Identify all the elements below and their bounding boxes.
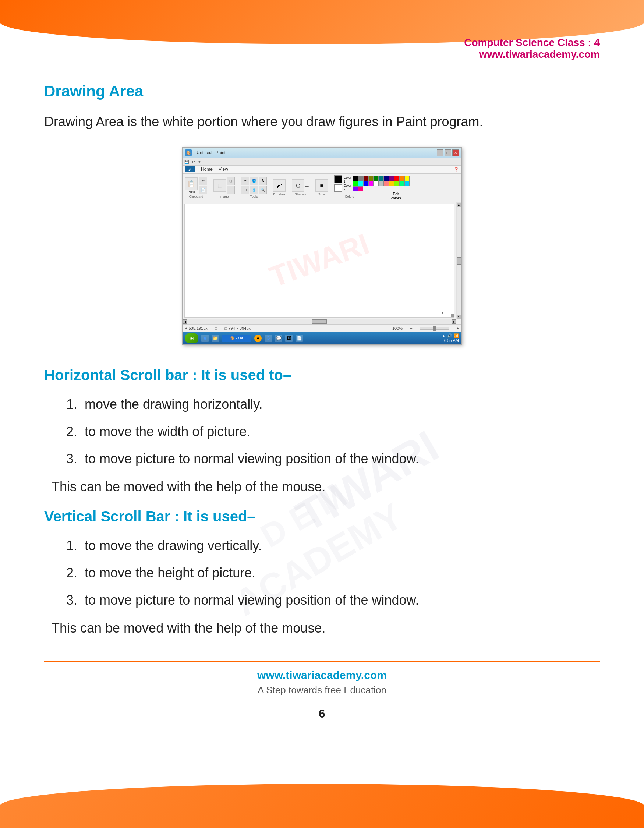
h-scroll-thumb[interactable] (312, 320, 327, 324)
color-yellow[interactable] (404, 176, 410, 181)
paste-group: 📋 Paste (185, 177, 197, 194)
taskbar-item1[interactable]: 🎨 Paint (222, 334, 251, 342)
zoom-minus-button[interactable]: − (410, 326, 412, 331)
color-navy[interactable] (384, 176, 389, 181)
file-menu-button[interactable]: 🖌 (185, 166, 195, 172)
copy-button[interactable]: 📄 (199, 186, 207, 194)
paint-toolbar: 📋 Paste ✂ 📄 Clipboard ⬚ ⊡ ↔ (183, 174, 461, 202)
cut-copy-group: ✂ 📄 (199, 177, 207, 194)
color-cyan[interactable] (358, 181, 363, 186)
brushes-button[interactable]: 🖌 (273, 179, 285, 192)
color-violet[interactable] (353, 186, 358, 191)
color-darkred[interactable] (363, 176, 368, 181)
picker-button[interactable]: 💧 (250, 186, 258, 194)
taskbar-g[interactable]: G (265, 334, 272, 342)
minimize-button[interactable]: ─ (437, 149, 443, 156)
close-button[interactable]: ✕ (452, 149, 459, 156)
zoom-plus-button[interactable]: + (457, 326, 459, 331)
color-white[interactable] (373, 181, 379, 186)
taskbar-messenger[interactable]: 💬 (275, 334, 282, 342)
header-info: Computer Science Class : 4 www.tiwariaca… (44, 30, 600, 60)
color-gold[interactable] (389, 181, 394, 186)
scroll-up-button[interactable]: ▲ (457, 203, 461, 207)
size-button[interactable]: ≡ (315, 179, 328, 192)
drawing-canvas[interactable]: TIWARI (184, 204, 454, 318)
color-red[interactable] (394, 176, 399, 181)
image-sub-buttons: ⊡ ↔ (227, 177, 235, 194)
scroll-thumb[interactable] (457, 257, 461, 265)
color-chartreuse[interactable] (394, 181, 399, 186)
color-gray[interactable] (358, 176, 363, 181)
clock-icon1: ▲ (442, 334, 446, 338)
color-purple[interactable] (389, 176, 394, 181)
h-scroll-track-right (327, 320, 451, 324)
color-lime[interactable] (353, 181, 358, 186)
taskbar-ie[interactable]: e (201, 334, 208, 342)
v-scroll-extra: This can be moved with the help of the m… (52, 618, 600, 639)
scroll-down-button[interactable]: ▼ (457, 315, 461, 319)
color-boxes (334, 175, 342, 192)
select-button[interactable]: ⬚ (213, 179, 226, 192)
paste-button[interactable]: 📋 (185, 177, 197, 190)
color-olive[interactable] (368, 176, 373, 181)
home-menu[interactable]: Home (201, 167, 213, 172)
taskbar-docs[interactable]: 📄 (296, 334, 303, 342)
taskbar-paint2[interactable]: 🖼 (285, 334, 293, 342)
horizontal-scroll-section: Horizontal Scroll bar : It is used to– 1… (44, 367, 600, 497)
paint-window-mockup: 🎨 = Untitled - Paint ─ □ ✕ 💾 ↩ ▼ 🖌 Home … (182, 147, 462, 345)
toolbar-shapes: ⬠ ≡ Shapes (292, 179, 312, 196)
paint-app-icon: 🎨 (185, 149, 192, 156)
shapes-button[interactable]: ⬠ (292, 179, 304, 192)
vertical-scroll-heading: Vertical Scroll Bar : It is used– (44, 508, 600, 525)
color-lightred[interactable] (384, 181, 389, 186)
scroll-right-button[interactable]: ▶ (451, 320, 456, 324)
pencil-button[interactable]: ✏ (241, 177, 249, 185)
resize-button[interactable]: ↔ (227, 186, 235, 194)
fill-button[interactable]: 🪣 (250, 177, 258, 185)
taskbar-folder[interactable]: 📁 (212, 334, 219, 342)
magnify-button[interactable]: 🔍 (259, 186, 267, 194)
zoom-slider[interactable] (420, 327, 449, 330)
color-darkgreen[interactable] (373, 176, 379, 181)
toolbar-brushes: 🖌 Brushes (273, 179, 289, 196)
vertical-scrollbar[interactable]: ▲ ▼ (456, 202, 461, 319)
color1-box[interactable] (334, 175, 342, 183)
zoom-thumb[interactable] (433, 326, 436, 331)
clipboard-label: Clipboard (189, 194, 204, 198)
canvas-watermark: TIWARI (265, 227, 374, 294)
help-button[interactable]: ❓ (454, 167, 459, 172)
zoom-level: 100% (392, 326, 403, 331)
eraser-button[interactable]: ◻ (241, 186, 249, 194)
h-scroll-item-3: 3. to move picture to normal viewing pos… (66, 449, 600, 469)
network-icon: 📶 (454, 333, 459, 338)
start-button[interactable]: ⊞ (185, 333, 198, 343)
cut-button[interactable]: ✂ (199, 177, 207, 185)
clock-icons: ▲ 🔊 📶 (442, 333, 459, 338)
view-menu[interactable]: View (219, 167, 228, 172)
image-icons: ⬚ ⊡ ↔ (213, 177, 235, 194)
color-orange[interactable] (399, 176, 404, 181)
color-blue[interactable] (363, 181, 368, 186)
horizontal-scrollbar[interactable]: ◀ ▶ (183, 319, 456, 324)
color-hotpink[interactable] (358, 186, 363, 191)
color-black[interactable] (353, 176, 358, 181)
scroll-left-button[interactable]: ◀ (183, 320, 187, 324)
restore-button[interactable]: □ (445, 149, 451, 156)
color-skyblue[interactable] (404, 181, 410, 186)
footer-tagline: A Step towards free Education (44, 684, 600, 696)
paint-taskbar: ⊞ e 📁 🎨 Paint ● G 💬 🖼 📄 ▲ 🔊 📶 6:55 AM (183, 332, 461, 344)
color-silver[interactable] (379, 181, 384, 186)
color2-box[interactable] (334, 184, 342, 192)
quick-access-undo[interactable]: ↩ (192, 160, 195, 164)
tools-icons: ✏ 🪣 A ◻ 💧 🔍 (241, 177, 267, 194)
shapes-arrow: ≡ (305, 182, 309, 189)
edit-colors-label: Editcolors (391, 192, 401, 200)
crop-button[interactable]: ⊡ (227, 177, 235, 185)
text-button[interactable]: A (259, 177, 267, 185)
color-teal[interactable] (379, 176, 384, 181)
color-springgreen[interactable] (399, 181, 404, 186)
canvas-resize-handle[interactable] (451, 314, 454, 317)
quick-access-save[interactable]: 💾 (184, 160, 189, 164)
color-magenta[interactable] (368, 181, 373, 186)
taskbar-orb[interactable]: ● (254, 334, 262, 342)
